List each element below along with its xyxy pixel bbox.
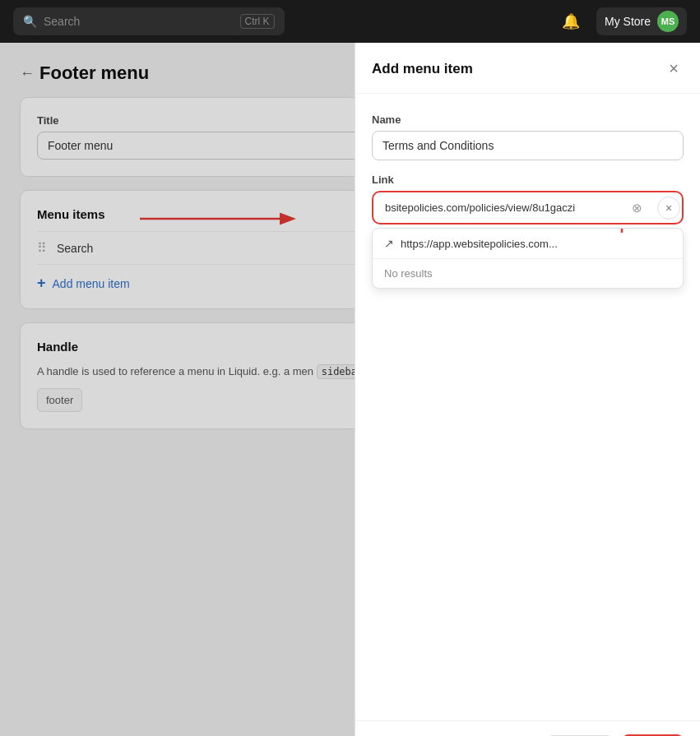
close-button[interactable]: × <box>664 58 684 80</box>
search-icon: 🔍 <box>23 15 37 28</box>
url-input[interactable] <box>385 194 628 221</box>
modal-panel: Add menu item × Name Link ⊗ × <box>355 43 700 736</box>
no-results-text: No results <box>373 259 683 288</box>
external-link-icon: ↗ <box>384 237 394 250</box>
top-nav: 🔍 Search Ctrl K 🔔 My Store MS <box>0 0 700 43</box>
main-content: ← Footer menu Title Menu items ⠿ Search … <box>0 43 700 736</box>
url-dropdown: ↗ https://app.websitepolicies.com... No … <box>372 228 684 289</box>
name-field-label: Name <box>372 113 684 126</box>
search-shortcut: Ctrl K <box>240 14 275 29</box>
search-placeholder: Search <box>44 15 234 28</box>
name-input[interactable] <box>372 131 684 160</box>
bell-icon: 🔔 <box>562 13 580 30</box>
x-icon: × <box>665 201 672 215</box>
url-input-wrapper: ⊗ <box>375 194 651 221</box>
notifications-button[interactable]: 🔔 <box>555 9 586 34</box>
close-icon: × <box>669 59 679 77</box>
url-input-outer-box: ⊗ × <box>372 191 684 225</box>
avatar: MS <box>657 11 679 32</box>
url-clear-inner-button[interactable]: ⊗ <box>628 199 646 217</box>
store-button[interactable]: My Store MS <box>596 7 687 35</box>
url-clear-outer-button[interactable]: × <box>657 197 680 220</box>
store-name: My Store <box>605 15 651 28</box>
modal-title: Add menu item <box>372 61 473 77</box>
search-bar[interactable]: 🔍 Search Ctrl K <box>13 7 285 35</box>
circle-x-icon: ⊗ <box>632 201 642 215</box>
modal-footer: Cancel Add <box>355 720 700 736</box>
modal-header: Add menu item × <box>355 43 700 94</box>
url-suggestion-item[interactable]: ↗ https://app.websitepolicies.com... <box>373 229 683 259</box>
link-field-label: Link <box>372 174 684 186</box>
suggestion-url: https://app.websitepolicies.com... <box>401 238 558 250</box>
modal-body: Name Link ⊗ × ↗ https: <box>355 94 700 720</box>
